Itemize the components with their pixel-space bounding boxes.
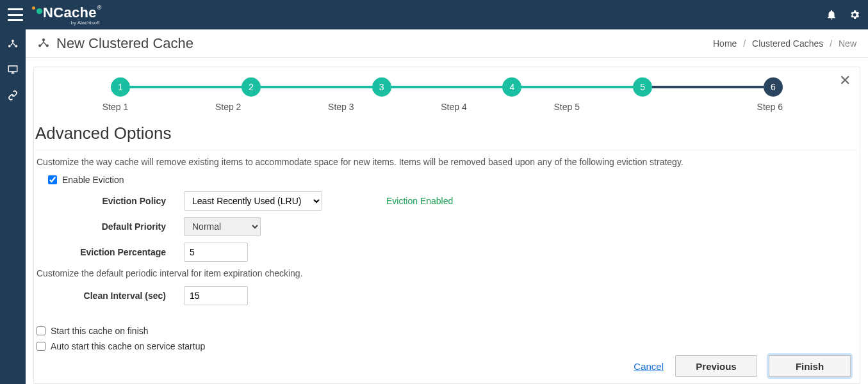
page-header: New Clustered Cache Home / Clustered Cac… [26, 29, 868, 58]
step-3-label: Step 3 [328, 102, 354, 112]
svg-point-2 [15, 45, 17, 47]
auto-start-checkbox[interactable] [37, 342, 45, 351]
nav-link-icon[interactable] [7, 90, 19, 101]
step-line-1-2 [130, 86, 242, 88]
svg-point-0 [12, 40, 14, 42]
registered-mark: ® [97, 4, 102, 11]
start-on-finish-checkbox[interactable] [37, 326, 45, 335]
step-line-2-3 [261, 86, 372, 88]
breadcrumb-home[interactable]: Home [713, 38, 737, 49]
step-1-circle[interactable]: 1 [111, 77, 130, 97]
clean-interval-label: Clean Interval (sec) [37, 291, 184, 301]
nav-monitor-icon[interactable] [7, 64, 19, 76]
page-title-icon [37, 37, 50, 50]
eviction-description: Customize the way cache will remove exis… [37, 157, 857, 167]
brand-text-n: N [43, 4, 53, 20]
menu-toggle[interactable] [8, 8, 23, 21]
wizard-footer: Cancel Previous Finish [634, 355, 851, 377]
step-4-label: Step 4 [441, 102, 466, 112]
step-line-4-5 [521, 86, 633, 88]
breadcrumb: Home / Clustered Caches / New [713, 38, 856, 49]
breadcrumb-clustered-caches[interactable]: Clustered Caches [752, 38, 823, 49]
cancel-link[interactable]: Cancel [634, 361, 664, 372]
step-line-5-6 [652, 86, 764, 88]
eviction-policy-select[interactable]: Least Recently Used (LRU) [184, 191, 322, 211]
enable-eviction-checkbox[interactable] [48, 175, 57, 184]
step-3-circle[interactable]: 3 [372, 77, 391, 97]
step-5-circle[interactable]: 5 [633, 77, 652, 97]
step-line-3-4 [391, 86, 503, 88]
brand-text-cache: Cache [53, 4, 97, 20]
finish-button[interactable]: Finish [769, 355, 851, 377]
brand-subtext: by Alachisoft [70, 20, 99, 26]
wizard-card: ✕ 1 2 3 4 5 6 Step 1 Step 2 [33, 67, 860, 384]
auto-start-label[interactable]: Auto start this cache on service startup [51, 341, 205, 351]
enable-eviction-label[interactable]: Enable Eviction [62, 175, 124, 185]
default-priority-select[interactable]: Normal [184, 217, 261, 236]
step-1-label: Step 1 [102, 102, 128, 112]
eviction-policy-label: Eviction Policy [37, 196, 184, 206]
page-title: New Clustered Cache [56, 35, 193, 52]
settings-icon[interactable] [849, 9, 860, 20]
brand-logo: NCache ® by Alachisoft [32, 4, 101, 26]
section-title: Advanced Options [35, 124, 857, 150]
clean-interval-input[interactable] [184, 286, 248, 305]
logo-icon [37, 8, 42, 14]
notifications-icon[interactable] [826, 9, 837, 20]
step-6-circle[interactable]: 6 [764, 77, 783, 97]
left-nav [0, 29, 26, 384]
step-2-circle[interactable]: 2 [242, 77, 261, 97]
svg-point-1 [8, 45, 11, 47]
close-icon[interactable]: ✕ [839, 72, 851, 89]
eviction-status: Eviction Enabled [386, 196, 453, 206]
breadcrumb-current: New [839, 38, 856, 49]
start-on-finish-label[interactable]: Start this cache on finish [51, 326, 149, 336]
svg-point-3 [42, 38, 45, 41]
step-2-label: Step 2 [215, 102, 241, 112]
clean-interval-description: Customize the default periodic interval … [37, 268, 857, 278]
eviction-percentage-label: Eviction Percentage [37, 247, 184, 257]
eviction-percentage-input[interactable] [184, 243, 248, 262]
topbar: NCache ® by Alachisoft [0, 0, 868, 29]
step-labels: Step 1 Step 2 Step 3 Step 4 Step 5 Step … [111, 102, 783, 112]
wizard-stepper: 1 2 3 4 5 6 [111, 77, 783, 97]
step-5-label: Step 5 [553, 102, 579, 112]
step-6-label: Step 6 [757, 102, 783, 112]
default-priority-label: Default Priority [37, 221, 184, 232]
step-4-circle[interactable]: 4 [502, 77, 521, 97]
previous-button[interactable]: Previous [675, 355, 757, 377]
nav-cluster-icon[interactable] [7, 38, 19, 50]
